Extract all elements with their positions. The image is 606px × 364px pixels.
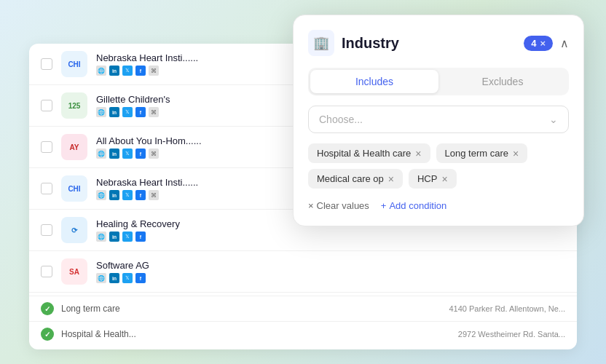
company-logo: 125 (61, 92, 87, 119)
count-value: 4 (531, 38, 536, 49)
social-icons: 🌐 in 𝕏 f (96, 273, 565, 283)
row-checkbox[interactable] (41, 224, 52, 236)
dropdown-chevron-icon: ⌄ (549, 114, 558, 125)
tag-remove-icon[interactable]: × (513, 149, 519, 159)
tag-label: HCP (417, 173, 437, 184)
tag-label: Medical care op (317, 173, 384, 184)
twitter-icon[interactable]: 𝕏 (122, 273, 133, 283)
dropdown-placeholder: Choose... (319, 114, 363, 125)
linkedin-icon[interactable]: in (109, 273, 119, 283)
row-checkbox[interactable] (41, 183, 52, 194)
globe-icon[interactable]: 🌐 (96, 232, 106, 242)
facebook-icon[interactable]: f (135, 66, 146, 76)
twitter-icon[interactable]: 𝕏 (122, 107, 133, 117)
twitter-icon[interactable]: 𝕏 (122, 190, 133, 200)
industry-filter-popup: 🏢 Industry 4 × ∧ Includes Excludes Choos… (293, 15, 584, 226)
globe-icon[interactable]: 🌐 (96, 273, 106, 283)
tags-container: Hospital & Health care × Long term care … (308, 143, 569, 189)
tag-longterm[interactable]: Long term care × (436, 143, 528, 163)
tag-hospital[interactable]: Hospital & Health care × (308, 143, 430, 163)
clear-values-button[interactable]: × Clear values (308, 200, 369, 211)
company-info: Software AG 🌐 in 𝕏 f (96, 260, 565, 283)
twitter-icon[interactable]: 𝕏 (122, 232, 133, 242)
count-badge[interactable]: 4 × (524, 36, 553, 51)
row-address: 4140 Parker Rd. Allentown, Ne... (449, 304, 565, 313)
tag-medicalcare[interactable]: Medical care op × (308, 169, 403, 189)
twitter-icon[interactable]: 𝕏 (122, 66, 133, 76)
popup-header: 🏢 Industry 4 × ∧ (308, 30, 569, 56)
facebook-icon[interactable]: f (135, 107, 146, 117)
tab-switcher: Includes Excludes (308, 68, 569, 95)
clear-prefix-icon: × (308, 200, 314, 211)
bottom-table-area: ✓ Long term care 4140 Parker Rd. Allento… (29, 296, 577, 347)
industry-dropdown[interactable]: Choose... ⌄ (308, 106, 569, 133)
row-checkbox[interactable] (41, 141, 52, 153)
row-checkbox[interactable] (41, 100, 52, 111)
globe-icon[interactable]: 🌐 (96, 66, 106, 76)
linkedin-icon[interactable]: in (109, 190, 119, 200)
popup-header-right: 4 × ∧ (524, 36, 569, 51)
company-logo: CHI (61, 175, 87, 202)
row-industry: Long term care (61, 304, 441, 314)
row-checkbox[interactable] (41, 266, 52, 277)
industry-icon: 🏢 (308, 30, 334, 56)
clear-label: Clear values (317, 200, 369, 211)
social-icons: 🌐 in 𝕏 f (96, 232, 565, 242)
tab-excludes[interactable]: Excludes (438, 70, 567, 93)
tag-label: Long term care (445, 148, 508, 159)
row-checkbox[interactable] (41, 58, 52, 70)
linkedin-icon[interactable]: in (109, 107, 119, 117)
extra-icon[interactable]: ⌘ (149, 190, 159, 200)
bottom-table-row[interactable]: ✓ Long term care 4140 Parker Rd. Allento… (29, 296, 577, 321)
facebook-icon[interactable]: f (135, 273, 146, 283)
tag-remove-icon[interactable]: × (388, 174, 394, 184)
status-green-icon: ✓ (41, 302, 54, 315)
facebook-icon[interactable]: f (135, 149, 146, 159)
twitter-icon[interactable]: 𝕏 (122, 149, 133, 159)
extra-icon[interactable]: ⌘ (149, 66, 159, 76)
extra-icon[interactable]: ⌘ (149, 149, 159, 159)
status-green-icon: ✓ (41, 328, 54, 341)
company-logo: SA (61, 258, 87, 285)
facebook-icon[interactable]: f (135, 190, 146, 200)
company-logo: AY (61, 134, 87, 160)
tag-remove-icon[interactable]: × (441, 174, 447, 184)
company-logo: CHI (61, 51, 87, 77)
count-close-icon[interactable]: × (540, 38, 546, 49)
extra-icon[interactable]: ⌘ (149, 107, 159, 117)
table-row[interactable]: SA Software AG 🌐 in 𝕏 f (29, 251, 577, 293)
popup-title: Industry (342, 35, 399, 52)
add-condition-label: Add condition (389, 200, 446, 211)
add-prefix-icon: + (381, 200, 387, 211)
popup-footer: × Clear values + Add condition (308, 200, 569, 211)
popup-title-area: 🏢 Industry (308, 30, 399, 56)
row-industry: Hospital & Health... (61, 329, 451, 339)
globe-icon[interactable]: 🌐 (96, 107, 106, 117)
globe-icon[interactable]: 🌐 (96, 190, 106, 200)
linkedin-icon[interactable]: in (109, 232, 119, 242)
linkedin-icon[interactable]: in (109, 66, 119, 76)
chevron-up-icon[interactable]: ∧ (560, 36, 569, 50)
add-condition-button[interactable]: + Add condition (381, 200, 446, 211)
company-name: Software AG (96, 260, 565, 271)
tag-remove-icon[interactable]: × (415, 149, 421, 159)
facebook-icon[interactable]: f (135, 232, 146, 242)
row-address: 2972 Westheimer Rd. Santa... (458, 330, 565, 339)
bottom-table-row[interactable]: ✓ Hospital & Health... 2972 Westheimer R… (29, 321, 577, 347)
tag-label: Hospital & Health care (317, 148, 411, 159)
tag-hcp[interactable]: HCP × (409, 169, 457, 189)
linkedin-icon[interactable]: in (109, 149, 119, 159)
company-logo: ⟳ (61, 217, 87, 243)
tab-includes[interactable]: Includes (310, 70, 438, 93)
globe-icon[interactable]: 🌐 (96, 149, 106, 159)
